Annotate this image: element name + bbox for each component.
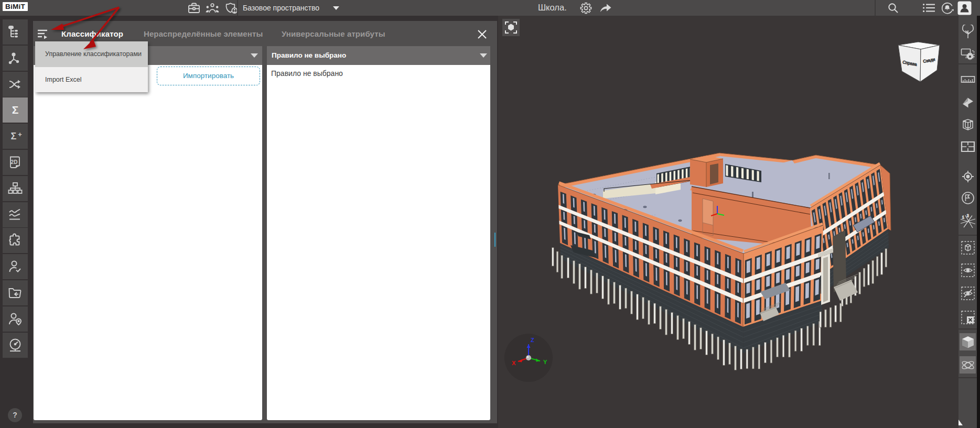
svg-text:2D: 2D [11,159,18,165]
svg-text:1: 1 [962,215,964,219]
svg-text:2: 2 [967,214,969,217]
svg-text:Σ: Σ [11,131,17,141]
svg-text:Σ: Σ [12,104,19,116]
svg-text:+: + [18,130,22,138]
